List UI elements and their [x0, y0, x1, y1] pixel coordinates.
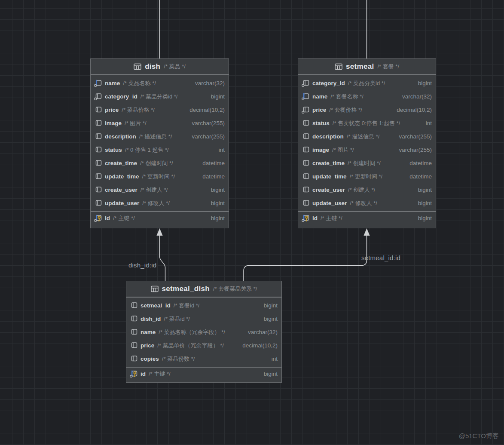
column-comment: /* 图片 */ — [332, 146, 354, 154]
table-row[interactable]: copies/* 菜品份数 */int — [126, 352, 281, 365]
table-row[interactable]: price/* 菜品价格 */decimal(10,2) — [91, 103, 229, 117]
table-row[interactable]: description/* 描述信息 */varchar(255) — [91, 130, 229, 143]
column-icon — [94, 120, 102, 127]
table-header[interactable]: setmeal_dish /* 套餐菜品关系 */ — [126, 281, 281, 298]
table-row[interactable]: name/* 套餐名称 */varchar(32) — [298, 90, 436, 103]
table-row[interactable]: create_user/* 创建人 */bigint — [91, 183, 229, 196]
column-comment: /* 套餐价格 */ — [329, 106, 362, 114]
table-row[interactable]: name/* 菜品名称（冗余字段） */varchar(32) — [126, 325, 281, 339]
column-comment: /* 描述信息 */ — [347, 133, 380, 141]
relation-label-dish-id: dish_id:id — [128, 261, 156, 269]
column-comment: /* 菜品分类id */ — [348, 80, 385, 87]
column-type: varchar(255) — [188, 120, 225, 126]
table-header[interactable]: dish /* 菜品 */ — [91, 59, 229, 75]
table-header[interactable]: setmeal /* 套餐 */ — [298, 59, 436, 75]
column-type: decimal(10,2) — [239, 342, 278, 349]
table-row[interactable]: category_id/* 菜品分类id */bigint — [91, 90, 229, 103]
column-name: category_id — [105, 93, 137, 100]
column-icon — [302, 199, 310, 207]
table-comment: /* 套餐 */ — [377, 63, 399, 71]
column-name: update_time — [312, 173, 347, 180]
table-row[interactable]: update_time/* 更新时间 */datetime — [91, 170, 229, 183]
table-icon — [151, 285, 159, 292]
column-comment: /* 菜品单价（冗余字段） */ — [157, 342, 224, 350]
column-icon — [94, 133, 102, 140]
column-type: bigint — [208, 187, 225, 193]
column-type: datetime — [406, 160, 432, 166]
table-row[interactable]: image/* 图片 */varchar(255) — [91, 117, 229, 130]
table-row[interactable]: dish_id/* 菜品id */bigint — [126, 312, 281, 325]
table-row[interactable]: image/* 图片 */varchar(255) — [298, 143, 436, 157]
table-row[interactable]: create_time/* 创建时间 */datetime — [91, 157, 229, 170]
table-row[interactable]: status/* 售卖状态 0:停售 1:起售 */int — [298, 117, 436, 130]
column-type: bigint — [415, 80, 432, 86]
column-comment: /* 菜品价格 */ — [122, 106, 155, 114]
table-row[interactable]: create_user/* 创建人 */bigint — [298, 183, 436, 196]
table-row[interactable]: setmeal_id/* 套餐id */bigint — [126, 299, 281, 312]
table-comment: /* 菜品 */ — [164, 63, 186, 71]
arrowhead-setmeal-icon — [363, 228, 370, 236]
table-row[interactable]: update_time/* 更新时间 */datetime — [298, 170, 436, 183]
column-comment: /* 套餐id */ — [174, 302, 200, 310]
column-icon — [302, 186, 310, 193]
column-type: varchar(255) — [188, 133, 225, 140]
column-name: price — [141, 342, 154, 349]
column-name: id — [105, 215, 110, 221]
column-comment: /* 套餐名称 */ — [330, 93, 363, 101]
column-name: name — [105, 80, 120, 86]
column-name: status — [105, 147, 122, 153]
table-row[interactable]: id/* 主键 */bigint — [126, 367, 281, 380]
diagram-canvas[interactable]: dish_id:id setmeal_id:id dish /* 菜品 */ n… — [0, 0, 504, 445]
table-row[interactable]: price/* 菜品单价（冗余字段） */decimal(10,2) — [126, 339, 281, 352]
relation-line-setmeal-id[interactable] — [244, 235, 367, 281]
column-icon — [302, 146, 310, 153]
table-node-dish[interactable]: dish /* 菜品 */ name/* 菜品名称 */varchar(32)c… — [90, 58, 229, 228]
column-comment: /* 主键 */ — [113, 215, 135, 222]
table-row[interactable]: create_time/* 创建时间 */datetime — [298, 157, 436, 170]
primary-key-column-icon — [94, 215, 102, 222]
column-icon — [302, 160, 310, 167]
primary-key-column-icon — [302, 215, 310, 222]
column-icon — [130, 355, 138, 362]
column-icon — [130, 315, 138, 322]
index-column-icon — [94, 93, 102, 100]
column-type: bigint — [208, 215, 225, 221]
table-row[interactable]: description/* 描述信息 */varchar(255) — [298, 130, 436, 143]
column-comment: /* 主键 */ — [149, 370, 171, 378]
column-icon — [302, 120, 310, 127]
table-row[interactable]: id/* 主键 */bigint — [91, 211, 229, 224]
column-name: update_user — [105, 200, 139, 206]
table-row[interactable]: name/* 菜品名称 */varchar(32) — [91, 77, 229, 90]
table-row[interactable]: status/* 0 停售 1 起售 */int — [91, 143, 229, 157]
column-icon — [94, 146, 102, 153]
column-comment: /* 创建时间 */ — [348, 160, 381, 167]
relation-line-dish-id[interactable] — [160, 235, 165, 281]
column-comment: /* 创建时间 */ — [140, 160, 173, 167]
column-comment: /* 菜品id */ — [164, 315, 190, 323]
table-node-setmeal[interactable]: setmeal /* 套餐 */ category_id/* 菜品分类id */… — [298, 58, 436, 228]
column-name: status — [312, 120, 330, 126]
column-type: varchar(32) — [399, 93, 432, 100]
column-icon — [130, 342, 138, 349]
column-comment: /* 更新时间 */ — [350, 173, 383, 181]
table-row[interactable]: update_user/* 修改人 */bigint — [298, 196, 436, 210]
column-icon — [130, 302, 138, 309]
column-comment: /* 图片 */ — [125, 120, 147, 127]
table-row[interactable]: id/* 主键 */bigint — [298, 211, 436, 224]
column-type: int — [268, 356, 278, 362]
table-row[interactable]: price/* 套餐价格 */decimal(10,2) — [298, 103, 436, 117]
table-row[interactable]: category_id/* 菜品分类id */bigint — [298, 77, 436, 90]
table-name: dish — [145, 62, 160, 71]
column-name: name — [141, 329, 156, 335]
column-type: bigint — [415, 215, 432, 221]
column-type: bigint — [415, 200, 432, 206]
column-type: bigint — [208, 200, 225, 206]
table-node-setmeal-dish[interactable]: setmeal_dish /* 套餐菜品关系 */ setmeal_id/* 套… — [126, 281, 282, 383]
unique-index-column-icon — [302, 93, 310, 100]
column-icon — [94, 186, 102, 193]
column-comment: /* 更新时间 */ — [142, 173, 175, 181]
column-type: varchar(255) — [395, 147, 432, 153]
column-type: bigint — [415, 187, 432, 193]
column-comment: /* 修改人 */ — [142, 199, 170, 207]
table-row[interactable]: update_user/* 修改人 */bigint — [91, 196, 229, 210]
